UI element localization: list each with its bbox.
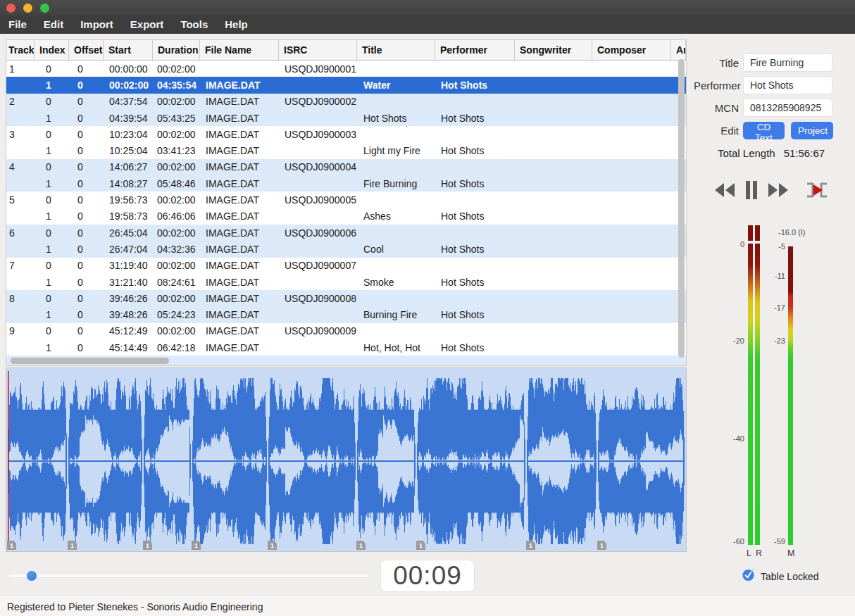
table-row[interactable]: 10000:00:0000:02:00USQDJ0900001: [6, 61, 686, 77]
menu-item-help[interactable]: Help: [216, 15, 256, 34]
cell-track: 9: [6, 325, 35, 337]
cell-title: Burning Fire: [357, 309, 435, 320]
track-marker-4[interactable]: 1: [192, 541, 201, 550]
menu-item-import[interactable]: Import: [72, 15, 122, 34]
vertical-scrollbar[interactable]: [678, 59, 685, 358]
cell-offset: 0: [69, 80, 104, 91]
cell-start: 26:47:04: [104, 244, 153, 255]
column-header-start[interactable]: Start: [104, 40, 153, 60]
track-marker-1[interactable]: 1: [7, 541, 16, 550]
column-header-offset[interactable]: Offset: [69, 40, 104, 60]
mcn-input[interactable]: [743, 99, 832, 117]
track-marker-9[interactable]: 1: [597, 541, 606, 550]
table-row[interactable]: 1004:39:5405:43:25IMAGE.DATHot ShotsHot …: [6, 110, 686, 126]
cell-performer: Hot Shots: [435, 277, 515, 288]
table-row[interactable]: 40014:06:2700:02:00IMAGE.DATUSQDJ0900004: [6, 159, 686, 175]
cell-start: 19:58:73: [104, 210, 153, 222]
table-row[interactable]: 30010:23:0400:02:00IMAGE.DATUSQDJ0900003: [6, 126, 686, 142]
column-header-duration[interactable]: Duration: [153, 40, 200, 60]
table-row[interactable]: 20004:37:5400:02:00IMAGE.DATUSQDJ0900002: [6, 94, 686, 110]
cell-duration: 00:02:00: [153, 96, 200, 107]
cell-duration: 00:02:00: [153, 194, 200, 206]
horizontal-scrollbar-thumb[interactable]: [11, 358, 169, 364]
table-row[interactable]: 1045:14:4906:42:18IMAGE.DATHot, Hot, Hot…: [6, 339, 686, 356]
waveform-display[interactable]: [6, 368, 686, 551]
column-header-index[interactable]: Index: [35, 40, 69, 60]
horizontal-scrollbar[interactable]: [6, 356, 686, 365]
menu-item-edit[interactable]: Edit: [35, 15, 72, 34]
cell-duration: 06:42:18: [153, 342, 200, 353]
column-header-file[interactable]: File Name: [200, 40, 279, 60]
playback-position-slider-thumb[interactable]: [27, 571, 37, 581]
checkmark-icon: [742, 568, 755, 584]
table-row[interactable]: 1000:02:0004:35:54IMAGE.DATWaterHot Shot…: [6, 77, 686, 93]
table-row[interactable]: 90045:12:4900:02:00IMAGE.DATUSQDJ0900009: [6, 323, 686, 339]
play-between-markers-button[interactable]: [804, 179, 830, 201]
track-marker-5[interactable]: 1: [268, 541, 277, 550]
rewind-button[interactable]: [713, 179, 737, 201]
cell-start: 04:37:54: [104, 96, 153, 107]
table-header: TrackIndexOffsetStartDurationFile NameIS…: [6, 40, 686, 61]
cd-text-button[interactable]: CD Text: [743, 122, 785, 139]
minimize-window-button[interactable]: [23, 4, 32, 13]
table-locked-checkbox[interactable]: Table Locked: [742, 568, 819, 584]
cell-index: 1: [35, 244, 69, 255]
column-header-track[interactable]: Track: [6, 40, 35, 60]
playback-position-slider[interactable]: [8, 574, 370, 578]
total-length-value: 51:56:67: [784, 147, 825, 159]
track-marker-7[interactable]: 1: [416, 541, 425, 550]
cell-performer: Hot Shots: [435, 244, 515, 255]
table-row[interactable]: 50019:56:7300:02:00IMAGE.DATUSQDJ0900005: [6, 191, 686, 208]
column-header-isrc[interactable]: ISRC: [279, 40, 357, 60]
channel-label-r: R: [756, 548, 762, 558]
table-row[interactable]: 1031:21:4008:24:61IMAGE.DATSmokeHot Shot…: [6, 274, 686, 290]
table-row[interactable]: 1010:25:0403:41:23IMAGE.DATLight my Fire…: [6, 142, 686, 158]
project-button[interactable]: Project: [791, 122, 833, 139]
table-row[interactable]: 1019:58:7306:46:06IMAGE.DATAshesHot Shot…: [6, 208, 686, 225]
cell-duration: 00:02:00: [153, 129, 200, 140]
cell-index: 0: [35, 63, 69, 75]
track-marker-6[interactable]: 1: [356, 541, 366, 550]
table-row[interactable]: 60026:45:0400:02:00IMAGE.DATUSQDJ0900006: [6, 225, 686, 241]
cell-offset: 0: [69, 145, 104, 156]
track-marker-8[interactable]: 1: [526, 541, 535, 550]
fast-forward-button[interactable]: [766, 179, 790, 201]
cell-title: Smoke: [357, 277, 435, 288]
menu-item-file[interactable]: File: [0, 15, 35, 34]
column-header-arr[interactable]: Arr: [671, 40, 686, 60]
zoom-window-button[interactable]: [40, 4, 49, 13]
table-row[interactable]: 1026:47:0404:32:36IMAGE.DATCoolHot Shots: [6, 241, 686, 257]
cell-offset: 0: [69, 342, 104, 353]
menu-item-tools[interactable]: Tools: [172, 15, 216, 34]
table-body: 10000:00:0000:02:00USQDJ09000011000:02:0…: [6, 61, 686, 356]
cell-start: 31:19:40: [104, 260, 153, 271]
table-row[interactable]: 1039:48:2605:24:23IMAGE.DATBurning FireH…: [6, 306, 686, 322]
cell-isrc: USQDJ0900006: [279, 227, 357, 239]
vertical-scrollbar-thumb[interactable]: [678, 59, 685, 358]
cell-file: IMAGE.DAT: [200, 227, 279, 239]
edit-label: Edit: [694, 125, 739, 137]
cell-file: IMAGE.DAT: [200, 325, 279, 337]
column-header-performer[interactable]: Performer: [435, 40, 515, 60]
cell-track: 7: [6, 260, 35, 271]
performer-input[interactable]: [743, 76, 832, 94]
column-header-title[interactable]: Title: [357, 40, 435, 60]
table-row[interactable]: 1014:08:2705:48:46IMAGE.DATFire BurningH…: [6, 175, 686, 191]
meter-bar-right: [755, 244, 760, 545]
close-window-button[interactable]: [6, 4, 15, 13]
column-header-composer[interactable]: Composer: [592, 40, 671, 60]
track-marker-2[interactable]: 1: [68, 541, 77, 550]
table-row[interactable]: 70031:19:4000:02:00IMAGE.DATUSQDJ0900007: [6, 258, 686, 274]
title-input[interactable]: [743, 54, 832, 72]
track-marker-3[interactable]: 1: [143, 541, 152, 550]
pause-button[interactable]: [744, 179, 759, 201]
cell-start: 14:08:27: [104, 178, 153, 189]
cell-start: 26:45:04: [104, 227, 153, 239]
menu-item-export[interactable]: Export: [122, 15, 173, 34]
cell-performer: Hot Shots: [435, 210, 515, 222]
cell-start: 10:25:04: [104, 145, 153, 156]
column-header-songwriter[interactable]: Songwriter: [515, 40, 592, 60]
cell-title: Fire Burning: [357, 178, 435, 189]
m-scale--5: -5: [743, 242, 785, 251]
table-row[interactable]: 80039:46:2600:02:00IMAGE.DATUSQDJ0900008: [6, 290, 686, 306]
